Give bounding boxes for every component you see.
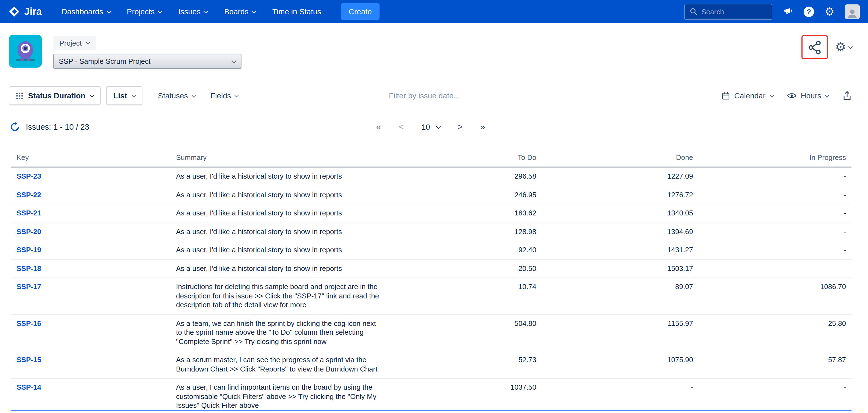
pagination-last[interactable]: » bbox=[480, 122, 485, 132]
jira-mark-icon bbox=[8, 5, 20, 18]
issue-summary: As a scrum master, I can see the progres… bbox=[176, 355, 382, 374]
pagination-first[interactable]: « bbox=[376, 122, 381, 132]
project-select[interactable]: SSP - Sample Scrum Project bbox=[53, 54, 242, 69]
share-button[interactable] bbox=[807, 40, 823, 55]
inprogress-value: - bbox=[699, 167, 851, 186]
chevron-down-icon bbox=[848, 44, 853, 49]
export-button[interactable] bbox=[843, 91, 851, 101]
calendar-dropdown[interactable]: Calendar bbox=[722, 91, 773, 100]
issue-key-link[interactable]: SSP-21 bbox=[17, 209, 41, 217]
table-row: SSP-19 As a user, I'd like a historical … bbox=[11, 241, 851, 260]
project-select-value: SSP - Sample Scrum Project bbox=[59, 57, 150, 65]
feedback-megaphone-icon[interactable] bbox=[783, 7, 793, 16]
nav-projects[interactable]: Projects bbox=[127, 7, 162, 16]
units-label: Hours bbox=[801, 91, 821, 100]
search-icon bbox=[690, 8, 698, 15]
done-value: 1394.69 bbox=[542, 222, 699, 241]
todo-value: 10.74 bbox=[391, 278, 542, 314]
issue-summary: As a user, I'd like a historical story t… bbox=[176, 264, 382, 273]
column-header-key: Key bbox=[11, 150, 170, 167]
calendar-icon bbox=[722, 92, 730, 100]
inprogress-value: 1086.70 bbox=[699, 278, 851, 314]
view-selector-button[interactable]: List bbox=[106, 86, 143, 105]
nav-boards[interactable]: Boards bbox=[224, 7, 256, 16]
chevron-down-icon bbox=[90, 93, 94, 98]
issue-key-link[interactable]: SSP-20 bbox=[17, 227, 41, 236]
table-row: SSP-15 As a scrum master, I can see the … bbox=[11, 351, 851, 378]
chevron-down-icon bbox=[252, 9, 256, 13]
units-dropdown[interactable]: Hours bbox=[787, 91, 829, 100]
search-input[interactable] bbox=[701, 7, 763, 16]
table-row: SSP-18 As a user, I'd like a historical … bbox=[11, 260, 851, 278]
project-monster-icon bbox=[9, 35, 42, 68]
chevron-down-icon bbox=[436, 124, 441, 129]
issue-key-link[interactable]: SSP-18 bbox=[17, 264, 41, 272]
chevron-down-icon bbox=[106, 9, 111, 13]
chevron-down-icon bbox=[131, 93, 136, 98]
column-header-done: Done bbox=[542, 150, 699, 167]
issue-key-link[interactable]: SSP-15 bbox=[17, 355, 41, 364]
issue-key-link[interactable]: SSP-16 bbox=[17, 319, 41, 327]
nav-issues-label: Issues bbox=[178, 7, 200, 16]
issue-key-link[interactable]: SSP-14 bbox=[17, 383, 41, 391]
date-filter-input[interactable] bbox=[389, 91, 471, 100]
app-root: Jira Dashboards Projects Issues Boards T… bbox=[0, 0, 868, 413]
table-row: SSP-21 As a user, I'd like a historical … bbox=[11, 204, 851, 222]
column-header-summary: Summary bbox=[170, 150, 391, 167]
fields-dropdown[interactable]: Fields bbox=[210, 91, 238, 100]
todo-value: 296.58 bbox=[391, 167, 542, 186]
todo-value: 504.80 bbox=[391, 314, 542, 351]
issue-summary: As a user, I can find important items on… bbox=[176, 383, 382, 410]
metric-selector-button[interactable]: Status Duration bbox=[9, 86, 101, 105]
refresh-button[interactable] bbox=[10, 122, 20, 132]
user-avatar[interactable] bbox=[845, 4, 860, 19]
done-value: 1431.27 bbox=[542, 241, 699, 260]
inprogress-value: - bbox=[699, 241, 851, 260]
primary-nav: Dashboards Projects Issues Boards Time i… bbox=[62, 3, 379, 20]
table-row: SSP-20 As a user, I'd like a historical … bbox=[11, 222, 851, 241]
settings-button[interactable]: ⚙ bbox=[835, 41, 852, 53]
inprogress-value: - bbox=[699, 260, 851, 278]
issue-key-link[interactable]: SSP-19 bbox=[17, 246, 41, 254]
person-icon bbox=[846, 7, 859, 19]
grid-icon bbox=[16, 92, 23, 99]
chevron-down-icon bbox=[86, 40, 91, 45]
issue-key-link[interactable]: SSP-22 bbox=[17, 191, 41, 199]
project-header: Project SSP - Sample Scrum Project bbox=[0, 23, 868, 78]
issue-key-link[interactable]: SSP-17 bbox=[17, 282, 41, 291]
refresh-icon bbox=[10, 122, 20, 132]
table-row: SSP-22 As a user, I'd like a historical … bbox=[11, 186, 851, 204]
project-controls: Project SSP - Sample Scrum Project bbox=[53, 36, 242, 69]
chevron-down-icon bbox=[825, 93, 830, 98]
scope-selector-button[interactable]: Project bbox=[53, 36, 96, 50]
issue-summary: As a team, we can finish the sprint by c… bbox=[176, 319, 382, 346]
jira-logo[interactable]: Jira bbox=[8, 5, 42, 18]
todo-value: 128.98 bbox=[391, 222, 542, 241]
done-value: 1340.05 bbox=[542, 204, 699, 222]
issue-summary: As a user, I'd like a historical story t… bbox=[176, 191, 382, 200]
pagination-next[interactable]: > bbox=[458, 122, 463, 132]
help-icon[interactable]: ? bbox=[804, 6, 814, 17]
search-box[interactable] bbox=[684, 4, 772, 20]
issue-table-header: Key Summary To Do Done In Progress bbox=[11, 150, 851, 167]
todo-value: 1037.50 bbox=[391, 378, 542, 413]
table-row: SSP-14 As a user, I can find important i… bbox=[11, 378, 851, 413]
statuses-dropdown[interactable]: Statuses bbox=[158, 91, 195, 100]
nav-time-in-status[interactable]: Time in Status bbox=[272, 7, 321, 16]
export-icon bbox=[843, 91, 851, 101]
settings-gear-icon[interactable]: ⚙ bbox=[825, 6, 834, 17]
issue-key-link[interactable]: SSP-23 bbox=[17, 172, 41, 180]
done-value: 1227.09 bbox=[542, 167, 699, 186]
page-size-select[interactable]: 10 bbox=[421, 123, 440, 131]
nav-dashboards[interactable]: Dashboards bbox=[62, 7, 110, 16]
issue-table: Key Summary To Do Done In Progress SSP-2… bbox=[11, 150, 851, 413]
done-value: 1503.17 bbox=[542, 260, 699, 278]
inprogress-value: - bbox=[699, 378, 851, 413]
nav-issues[interactable]: Issues bbox=[178, 7, 208, 16]
navbar-right: ? ⚙ bbox=[684, 4, 860, 20]
share-icon bbox=[807, 40, 823, 55]
pagination-prev[interactable]: < bbox=[399, 122, 404, 132]
create-button[interactable]: Create bbox=[341, 3, 379, 20]
done-value: 1075.90 bbox=[542, 351, 699, 378]
done-value: 1276.72 bbox=[542, 186, 699, 204]
